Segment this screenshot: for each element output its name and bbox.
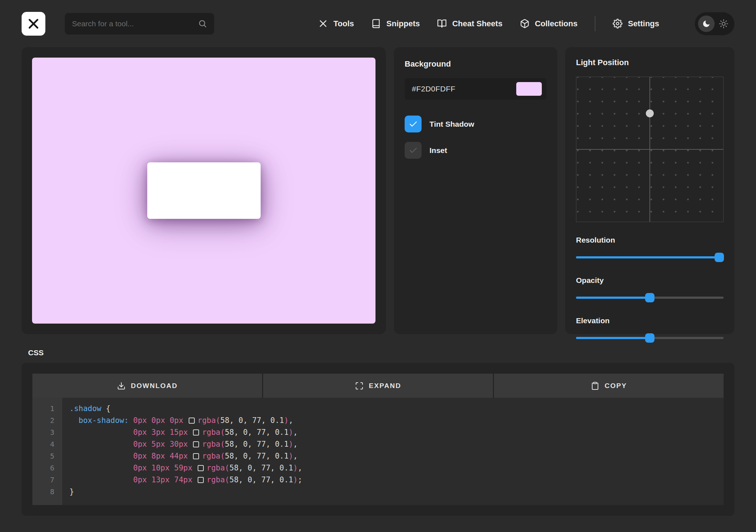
nav-item-label: Collections: [535, 19, 578, 28]
sun-icon: [719, 19, 728, 28]
nav-item-label: Cheat Sheets: [452, 19, 502, 28]
background-color-value: #F2D0FDFF: [412, 85, 455, 93]
code-color-swatch: [193, 429, 199, 436]
nav-item-label: Snippets: [386, 19, 420, 28]
nav-item-snippets[interactable]: Snippets: [371, 19, 420, 28]
expand-icon: [355, 382, 364, 390]
resolution-slider-fill: [576, 256, 719, 258]
inset-label: Inset: [429, 146, 447, 155]
elevation-slider[interactable]: [576, 333, 724, 343]
theme-toggle[interactable]: [695, 12, 734, 35]
line-number-gutter: 12345678: [32, 398, 62, 505]
code-color-swatch: [189, 418, 195, 424]
check-icon: [409, 120, 418, 129]
shadow-preview-box: [147, 162, 261, 219]
light-position-knob[interactable]: [646, 109, 654, 117]
copy-button[interactable]: COPY: [494, 374, 724, 398]
code-toolbar: DOWNLOAD EXPAND COPY: [32, 374, 724, 398]
code-line: 0px 3px 15px rgba(58, 0, 77, 0.1),: [69, 427, 724, 438]
theme-toggle-knob[interactable]: [698, 15, 715, 32]
nav-item-collections[interactable]: Collections: [520, 19, 578, 28]
elevation-slider-thumb[interactable]: [645, 333, 654, 343]
code-lines: .shadow { box-shadow: 0px 0px 0px rgba(5…: [62, 398, 724, 505]
code-line: 0px 10px 59px rgba(58, 0, 77, 0.1),: [69, 462, 724, 474]
collections-icon: [520, 19, 530, 28]
nav-menu: Tools Snippets Cheat Sheets: [318, 16, 659, 31]
inset-row: Inset: [405, 142, 546, 159]
crossed-tools-logo-icon: [27, 17, 40, 31]
light-position-grid[interactable]: [576, 77, 724, 222]
line-number: 4: [32, 438, 62, 450]
inset-checkbox[interactable]: [405, 142, 422, 159]
background-controls-card: Background #F2D0FDFF Tint Shadow: [394, 47, 557, 334]
logo[interactable]: [22, 12, 45, 36]
shadow-preview-area[interactable]: [32, 58, 375, 324]
background-color-swatch[interactable]: [516, 82, 542, 96]
nav-item-label: Tools: [333, 19, 354, 28]
background-heading: Background: [405, 59, 546, 69]
resolution-slider[interactable]: [576, 252, 724, 262]
app: Tools Snippets Cheat Sheets: [0, 0, 756, 532]
line-number: 5: [32, 450, 62, 462]
tint-shadow-checkbox[interactable]: [405, 116, 422, 132]
elevation-label: Elevation: [576, 316, 724, 325]
code-color-swatch: [198, 465, 204, 471]
nav-item-cheat-sheets[interactable]: Cheat Sheets: [437, 19, 502, 28]
code-editor: 12345678 .shadow { box-shadow: 0px 0px 0…: [32, 398, 724, 505]
code-color-swatch: [198, 477, 204, 483]
download-button[interactable]: DOWNLOAD: [32, 374, 262, 398]
opacity-slider[interactable]: [576, 293, 724, 303]
main-content: Background #F2D0FDFF Tint Shadow: [22, 47, 734, 334]
expand-button[interactable]: EXPAND: [263, 374, 493, 398]
line-number: 1: [32, 403, 62, 415]
code-line: 0px 8px 44px rgba(58, 0, 77, 0.1),: [69, 450, 724, 462]
css-section-label: CSS: [28, 348, 756, 357]
line-number: 2: [32, 415, 62, 427]
opacity-slider-fill: [576, 297, 650, 299]
code-line: box-shadow: 0px 0px 0px rgba(58, 0, 77, …: [69, 415, 724, 427]
code-color-swatch: [193, 453, 199, 459]
light-position-card: Light Position Resolution Opacity Elevat…: [565, 47, 734, 334]
nav-item-tools[interactable]: Tools: [318, 19, 354, 28]
nav-item-label: Settings: [628, 19, 659, 28]
line-number: 3: [32, 427, 62, 438]
light-position-heading: Light Position: [576, 58, 724, 67]
download-button-label: DOWNLOAD: [131, 382, 178, 390]
tint-shadow-label: Tint Shadow: [429, 120, 474, 129]
resolution-slider-thumb[interactable]: [715, 253, 724, 262]
search-icon: [198, 19, 207, 28]
copy-icon: [591, 382, 599, 390]
copy-button-label: COPY: [605, 382, 627, 390]
tools-icon: [318, 19, 328, 28]
background-color-input[interactable]: #F2D0FDFF: [405, 78, 546, 100]
code-line: 0px 13px 74px rgba(58, 0, 77, 0.1);: [69, 474, 724, 486]
preview-card: [22, 47, 386, 334]
line-number: 7: [32, 474, 62, 486]
nav-item-settings[interactable]: Settings: [613, 19, 659, 28]
code-line: 0px 5px 30px rgba(58, 0, 77, 0.1),: [69, 438, 724, 450]
navbar: Tools Snippets Cheat Sheets: [0, 0, 756, 47]
tint-shadow-row: Tint Shadow: [405, 116, 546, 132]
check-icon: [409, 146, 418, 155]
search-bar[interactable]: [65, 13, 214, 35]
settings-gear-icon: [613, 19, 622, 28]
opacity-slider-thumb[interactable]: [645, 293, 654, 302]
code-line: }: [69, 486, 724, 498]
nav-divider: [595, 16, 595, 31]
css-output-card: DOWNLOAD EXPAND COPY 12345678 .shadow { …: [22, 363, 734, 516]
snippets-icon: [371, 19, 381, 28]
elevation-slider-fill: [576, 337, 650, 339]
line-number: 6: [32, 462, 62, 474]
resolution-label: Resolution: [576, 236, 724, 244]
code-color-swatch: [193, 441, 199, 447]
expand-button-label: EXPAND: [369, 382, 401, 390]
code-line: .shadow {: [69, 403, 724, 415]
line-number: 8: [32, 486, 62, 498]
search-input[interactable]: [72, 19, 198, 28]
moon-icon: [702, 19, 711, 28]
download-icon: [117, 382, 126, 390]
cheat-sheets-icon: [437, 19, 447, 28]
opacity-label: Opacity: [576, 276, 724, 285]
